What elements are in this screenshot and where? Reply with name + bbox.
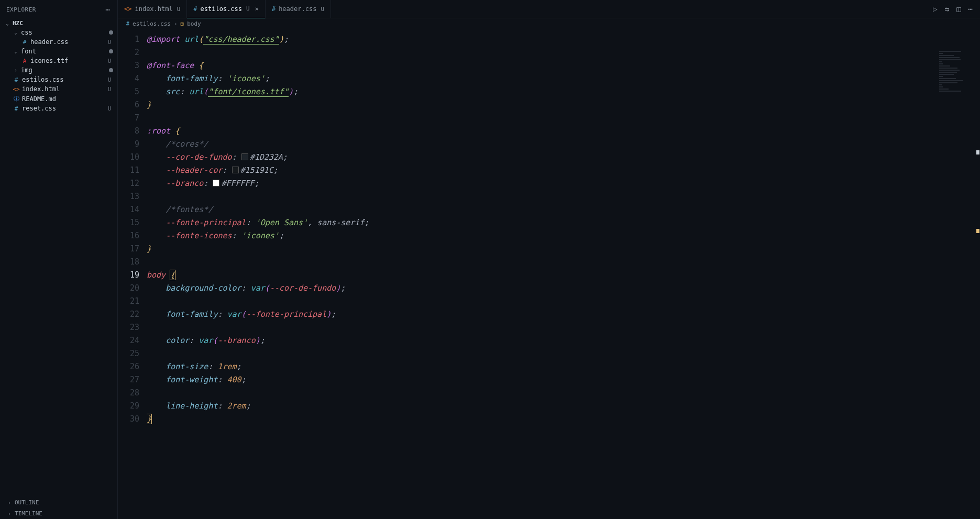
tab-header-css[interactable]: #header.cssU bbox=[266, 0, 331, 18]
tree-file[interactable]: Aicones.ttfU bbox=[0, 56, 117, 65]
code-line[interactable]: :root { bbox=[147, 125, 980, 138]
html-file-icon: <> bbox=[13, 86, 20, 93]
code-line[interactable]: line-height: 2rem; bbox=[147, 400, 980, 413]
tab-index-html[interactable]: <>index.htmlU bbox=[118, 0, 187, 18]
line-number: 16 bbox=[118, 229, 139, 242]
code-line[interactable]: font-family: 'icones'; bbox=[147, 72, 980, 85]
tree-file[interactable]: <>index.htmlU bbox=[0, 84, 117, 94]
code-line[interactable]: @font-face { bbox=[147, 59, 980, 72]
css-file-icon: # bbox=[193, 5, 197, 13]
css-file-icon: # bbox=[126, 21, 129, 27]
code-line[interactable]: --fonte-principal: 'Open Sans', sans-ser… bbox=[147, 216, 980, 229]
breadcrumb-separator: › bbox=[174, 20, 178, 27]
code-line[interactable] bbox=[147, 112, 980, 125]
file-status: U bbox=[108, 39, 113, 45]
line-number: 6 bbox=[118, 98, 139, 112]
code-line[interactable]: } bbox=[147, 413, 980, 426]
chevron-right-icon: › bbox=[13, 68, 19, 73]
code-line[interactable] bbox=[147, 321, 980, 334]
explorer-more-icon[interactable]: ⋯ bbox=[106, 5, 111, 14]
css-file-icon: # bbox=[13, 105, 20, 112]
tree-folder[interactable]: ⌄font bbox=[0, 47, 117, 56]
code-line[interactable]: font-size: 1rem; bbox=[147, 360, 980, 373]
explorer-title: EXPLORER bbox=[6, 6, 36, 13]
chevron-down-icon: ⌄ bbox=[13, 30, 19, 35]
file-status: U bbox=[108, 77, 113, 83]
code-line[interactable]: } bbox=[147, 98, 980, 112]
code-line[interactable]: --header-cor: #15191C; bbox=[147, 164, 980, 177]
outline-label: OUTLINE bbox=[15, 499, 39, 506]
chevron-right-icon: › bbox=[6, 511, 13, 516]
explorer-sidebar: EXPLORER ⋯ ⌄HZC ⌄css#header.cssU⌄fontAic… bbox=[0, 0, 118, 519]
tree-folder[interactable]: ›img bbox=[0, 65, 117, 75]
code-line[interactable]: @import url("css/header.css"); bbox=[147, 33, 980, 46]
line-number: 12 bbox=[118, 177, 139, 190]
file-name: font bbox=[21, 48, 36, 55]
code-line[interactable]: /*fontes*/ bbox=[147, 203, 980, 216]
run-icon[interactable]: ▷ bbox=[933, 5, 937, 13]
code-line[interactable]: /*cores*/ bbox=[147, 138, 980, 151]
line-number: 8 bbox=[118, 125, 139, 138]
tab-label: estilos.css bbox=[201, 5, 242, 13]
tab-estilos-css[interactable]: #estilos.cssU× bbox=[187, 0, 266, 18]
more-icon[interactable]: ⋯ bbox=[968, 5, 973, 13]
tree-file[interactable]: #header.cssU bbox=[0, 37, 117, 47]
line-number: 15 bbox=[118, 216, 139, 229]
css-file-icon: # bbox=[21, 39, 28, 46]
code-line[interactable]: color: var(--branco); bbox=[147, 334, 980, 347]
line-number: 2 bbox=[118, 46, 139, 59]
code-line[interactable]: --fonte-icones: 'icones'; bbox=[147, 229, 980, 242]
code-line[interactable]: --branco: #FFFFFF; bbox=[147, 177, 980, 190]
file-name: README.md bbox=[22, 95, 56, 103]
tree-root[interactable]: ⌄HZC bbox=[0, 19, 117, 28]
line-number: 1 bbox=[118, 33, 139, 46]
line-number: 5 bbox=[118, 85, 139, 98]
timeline-section[interactable]: ›TIMELINE bbox=[0, 508, 117, 519]
close-icon[interactable]: × bbox=[255, 5, 259, 13]
tree-file[interactable]: #reset.cssU bbox=[0, 104, 117, 113]
code-line[interactable]: body { bbox=[147, 269, 980, 282]
tree-file[interactable]: #estilos.cssU bbox=[0, 75, 117, 84]
chevron-down-icon: ⌄ bbox=[4, 21, 10, 26]
breadcrumb[interactable]: # estilos.css › ⊞ body bbox=[118, 18, 980, 30]
split-icon[interactable]: ◫ bbox=[956, 5, 961, 13]
file-name: reset.css bbox=[22, 105, 56, 112]
code-area[interactable]: @import url("css/header.css"); @font-fac… bbox=[147, 30, 980, 519]
editor[interactable]: 1234567891011121314151617181920212223242… bbox=[118, 30, 980, 519]
code-line[interactable]: font-family: var(--fonte-principal); bbox=[147, 308, 980, 321]
line-gutter: 1234567891011121314151617181920212223242… bbox=[118, 30, 147, 519]
file-status: U bbox=[108, 58, 113, 64]
code-line[interactable] bbox=[147, 347, 980, 360]
code-line[interactable]: font-weight: 400; bbox=[147, 373, 980, 387]
code-line[interactable] bbox=[147, 190, 980, 203]
file-name: img bbox=[21, 67, 32, 74]
file-status: U bbox=[108, 86, 113, 92]
line-number: 30 bbox=[118, 413, 139, 426]
code-line[interactable] bbox=[147, 295, 980, 308]
line-number: 9 bbox=[118, 138, 139, 151]
code-line[interactable]: background-color: var(--cor-de-fundo); bbox=[147, 282, 980, 295]
tab-status: U bbox=[246, 5, 250, 12]
line-number: 23 bbox=[118, 321, 139, 334]
line-number: 11 bbox=[118, 164, 139, 177]
code-line[interactable] bbox=[147, 46, 980, 59]
breadcrumb-symbol: body bbox=[187, 20, 201, 27]
line-number: 26 bbox=[118, 360, 139, 373]
tab-actions: ▷ ⇆ ◫ ⋯ bbox=[933, 5, 980, 13]
compare-icon[interactable]: ⇆ bbox=[945, 5, 949, 13]
root-label: HZC bbox=[13, 20, 23, 27]
chevron-right-icon: › bbox=[6, 500, 13, 505]
line-number: 3 bbox=[118, 59, 139, 72]
code-line[interactable]: --cor-de-fundo: #1D232A; bbox=[147, 151, 980, 164]
file-status: U bbox=[108, 106, 113, 112]
code-line[interactable]: } bbox=[147, 242, 980, 256]
code-line[interactable] bbox=[147, 256, 980, 269]
outline-section[interactable]: ›OUTLINE bbox=[0, 497, 117, 508]
line-number: 22 bbox=[118, 308, 139, 321]
html-file-icon: <> bbox=[124, 5, 131, 13]
tree-file[interactable]: ⓘREADME.md bbox=[0, 94, 117, 104]
tree-folder[interactable]: ⌄css bbox=[0, 28, 117, 37]
code-line[interactable]: src: url("font/icones.ttf"); bbox=[147, 85, 980, 98]
code-line[interactable] bbox=[147, 387, 980, 400]
line-number: 20 bbox=[118, 282, 139, 295]
